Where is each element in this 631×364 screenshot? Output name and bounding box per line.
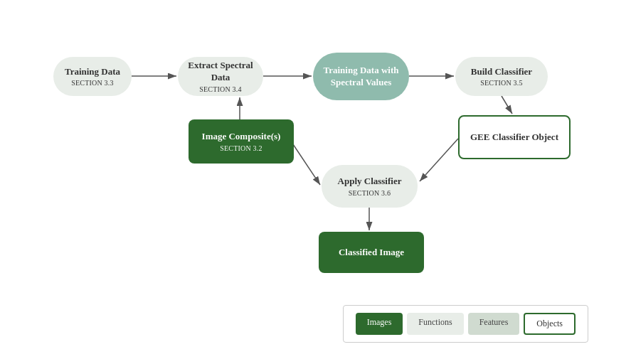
svg-line-7 [420,139,458,181]
training-data-node: Training Data SECTION 3.3 [53,57,132,96]
apply-classifier-node: Apply Classifier SECTION 3.6 [322,165,418,208]
build-classifier-subtitle: SECTION 3.5 [480,79,522,87]
diagram-container: Training Data SECTION 3.3 Extract Spectr… [0,0,631,364]
apply-classifier-label: Apply Classifier [338,176,402,188]
training-data-label: Training Data [65,66,120,78]
extract-spectral-subtitle: SECTION 3.4 [199,85,241,93]
gee-classifier-node: GEE Classifier Object [458,115,571,159]
legend-objects[interactable]: Objects [524,313,576,335]
training-data-subtitle: SECTION 3.3 [71,79,113,87]
extract-spectral-label: Extract Spectral Data [178,60,263,84]
gee-classifier-label: GEE Classifier Object [470,132,558,144]
svg-line-6 [292,142,320,185]
training-spectral-label: Training Data withSpectral Values [324,65,399,89]
image-composites-subtitle: SECTION 3.2 [220,144,262,152]
classified-image-node: Classified Image [319,232,424,273]
build-classifier-node: Build Classifier SECTION 3.5 [455,57,548,96]
classified-image-label: Classified Image [339,247,404,259]
image-composites-node: Image Composite(s) SECTION 3.2 [189,119,294,164]
apply-classifier-subtitle: SECTION 3.6 [349,189,391,197]
build-classifier-label: Build Classifier [471,66,532,78]
legend-images[interactable]: Images [356,313,403,335]
legend: Images Functions Features Objects [343,305,588,343]
extract-spectral-node: Extract Spectral Data SECTION 3.4 [178,57,263,96]
legend-features[interactable]: Features [468,313,520,335]
svg-line-4 [502,96,512,114]
legend-functions[interactable]: Functions [407,313,463,335]
training-spectral-node: Training Data withSpectral Values [313,53,409,100]
image-composites-label: Image Composite(s) [202,131,281,143]
